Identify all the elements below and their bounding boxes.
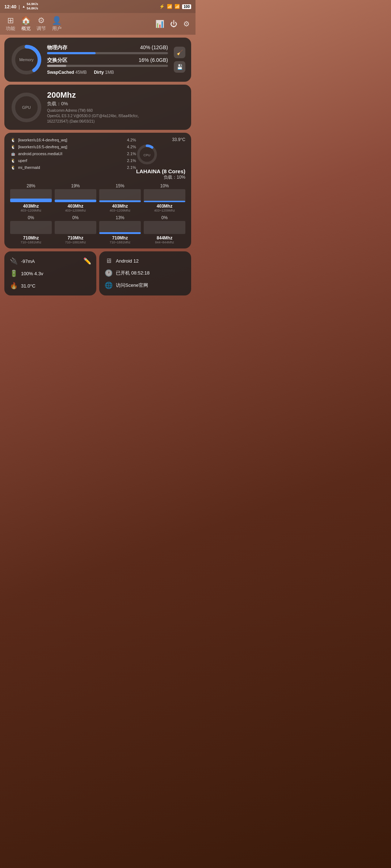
memory-card: Memory 物理内存 40% (12GB) 交换分区 16% (6.0 (4, 38, 191, 82)
info-icon: 🔌 (9, 257, 18, 265)
core-bar-bg (144, 189, 185, 202)
proc-row: 🐧[kworker/u16:5-devfreq_wq]4.2% (10, 144, 136, 150)
cpu-load: 负载：10% (136, 174, 185, 180)
dirty: Dirty 1MB (94, 70, 114, 75)
phys-bar-bg (47, 52, 168, 54)
swap-value: 16% (6.0GB) (139, 57, 168, 64)
memory-details: 物理内存 40% (12GB) 交换分区 16% (6.0GB) (47, 44, 168, 75)
cpu-name: LAHAINA (8 Cores) (136, 168, 185, 174)
core-freq: 403Mhz (55, 204, 96, 209)
core-pct: 19% (55, 183, 96, 188)
memory-donut: Memory (10, 43, 43, 76)
phys-label: 物理内存 (47, 44, 67, 51)
proc-row: 🤖android.process.mediaUI2.1% (10, 151, 136, 157)
left-info-card: 🔌 -97mA ✏️🔋 100% 4.3v 🔥 31.0°C (4, 251, 96, 295)
clean-btn[interactable]: 🧹 (174, 47, 185, 58)
core-range: 403~1209Mhz (55, 209, 96, 212)
core-range: 403~1209Mhz (99, 209, 141, 212)
cpu-cores-grid: 28% 403Mhz 403~1209Mhz 19% 403Mhz 403~12… (10, 183, 185, 244)
core-range: 403~1209Mhz (10, 209, 52, 212)
core-range: 710~1881Mhz (55, 241, 96, 244)
info-value: 已开机 08:52:18 (116, 270, 150, 276)
gpu-load: 负载：0% (47, 101, 185, 107)
battery-icon: 100 (182, 4, 191, 9)
core-bar-bg (55, 221, 96, 234)
proc-row: 🐧[kworker/u16:4-devfreq_wq]4.2% (10, 137, 136, 143)
proc-pct: 2.1% (127, 152, 136, 156)
core-pct: 0% (10, 215, 52, 220)
info-value: 100% 4.3v (21, 271, 43, 276)
proc-name: android.process.mediaUI (18, 152, 125, 156)
core-freq: 710Mhz (10, 235, 52, 241)
core-freq: 403Mhz (10, 204, 52, 209)
info-value: 访问Scene官网 (116, 282, 148, 289)
right-info-row-2: 🌐 访问Scene官网 (104, 281, 186, 289)
swapcached: SwapCached 45MB (47, 70, 87, 75)
core-bar-fill (144, 201, 185, 202)
swap-bar-bg (47, 65, 168, 67)
info-value: Android 12 (116, 258, 139, 264)
tux-icon: 🐧 (10, 158, 16, 163)
proc-pct: 4.2% (127, 145, 136, 149)
settings-icon[interactable]: ⚙ (183, 20, 190, 28)
core-bar-bg (99, 221, 141, 234)
cpu-core-6: 13% 710Mhz 710~1881Mhz (99, 215, 141, 244)
proc-name: [kworker/u16:4-devfreq_wq] (18, 138, 125, 142)
tab-tune[interactable]: ⚙ 调节 (37, 16, 46, 32)
core-range: 403~1209Mhz (144, 209, 185, 212)
cpu-card: 🐧[kworker/u16:4-devfreq_wq]4.2%🐧[kworker… (4, 133, 191, 248)
status-arrows: ▲ (22, 5, 25, 8)
cpu-core-5: 0% 710Mhz 710~1881Mhz (55, 215, 96, 244)
phys-bar-fill (47, 52, 96, 54)
phys-mem-row: 物理内存 40% (12GB) (47, 44, 168, 54)
core-pct: 10% (144, 183, 185, 188)
tux-icon: 🐧 (10, 144, 16, 150)
left-info-row-0: 🔌 -97mA ✏️ (9, 257, 91, 265)
edit-btn[interactable]: ✏️ (83, 257, 91, 265)
tab-overview-label: 概览 (21, 26, 31, 31)
core-bar-bg (55, 189, 96, 202)
proc-pct: 2.1% (127, 165, 136, 170)
info-icon: 🖥 (104, 257, 113, 265)
proc-name: [kworker/u16:5-devfreq_wq] (18, 145, 125, 149)
gpu-info-3: 1622723547) (Date:06/03/21) (47, 119, 185, 124)
core-pct: 13% (99, 215, 141, 220)
chart-icon[interactable]: 📊 (155, 20, 164, 28)
tux-icon: 🐧 (10, 137, 16, 143)
nav-actions: 📊 ⏻ ⚙ (155, 20, 190, 28)
core-freq: 403Mhz (144, 204, 185, 209)
tab-overview[interactable]: 🏠 概览 (21, 16, 31, 32)
core-bar-bg (10, 221, 52, 234)
status-net: 54.9K/s 54.8K/s (27, 2, 38, 10)
status-time: 12:40 (4, 4, 16, 9)
cpu-right: 33.9°C CPU LAHAINA (8 Cores) 负载：10% (136, 137, 185, 180)
tab-user-label: 用户 (52, 26, 62, 31)
tab-tune-label: 调节 (37, 26, 46, 31)
core-bar-fill (55, 200, 96, 202)
memory-sub: SwapCached 45MB Dirty 1MB (47, 70, 168, 75)
bottom-grid: 🔌 -97mA ✏️🔋 100% 4.3v 🔥 31.0°C 🖥 Android… (4, 251, 191, 295)
gpu-info-2: OpenGL ES 3.2 V@0530.0 (GIT@4a124bc, l55… (47, 113, 185, 119)
cpu-header: 🐧[kworker/u16:4-devfreq_wq]4.2%🐧[kworker… (10, 137, 185, 180)
cpu-core-3: 10% 403Mhz 403~1209Mhz (144, 183, 185, 212)
bluetooth-icon: ⚡ (159, 4, 165, 9)
core-freq: 710Mhz (55, 235, 96, 241)
gpu-info-1: Qualcomm Adreno (TM) 660 (47, 108, 185, 113)
core-pct: 0% (144, 215, 185, 220)
left-info-row-1: 🔋 100% 4.3v (9, 269, 91, 277)
swap-row: 交换分区 16% (6.0GB) (47, 57, 168, 67)
status-left: 12:40 | ▲ 54.9K/s 54.8K/s (4, 2, 38, 10)
proc-name: uperf (18, 158, 125, 163)
core-pct: 15% (99, 183, 141, 188)
cpu-donut: CPU (136, 144, 158, 167)
cpu-core-7: 0% 844Mhz 844~844Mhz (144, 215, 185, 244)
info-icon: 🕐 (104, 269, 113, 277)
wifi-icon: 📶 (175, 4, 180, 9)
cpu-core-4: 0% 710Mhz 710~1881Mhz (10, 215, 52, 244)
power-icon[interactable]: ⏻ (170, 20, 177, 28)
tab-func[interactable]: ⊞ 功能 (6, 16, 15, 32)
tab-user[interactable]: 👤 用户 (52, 16, 62, 32)
core-freq: 844Mhz (144, 235, 185, 241)
info-btn[interactable]: 💾 (174, 61, 185, 73)
proc-row: 🐧mi_thermald2.1% (10, 165, 136, 170)
